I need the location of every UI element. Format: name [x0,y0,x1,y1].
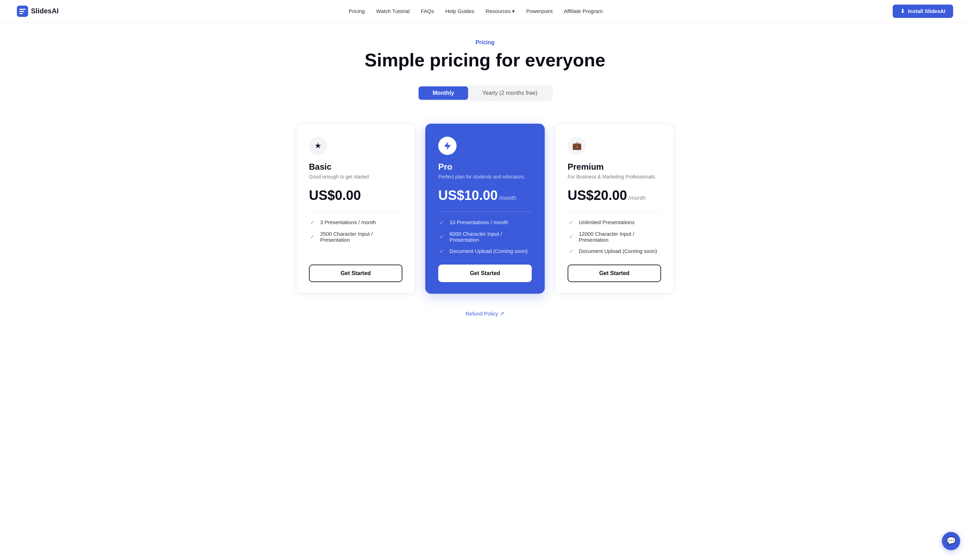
list-item: ✓ 6000 Character Input / Presentation [438,231,532,243]
basic-desc: Good enough to get started [309,174,402,180]
premium-card: 💼 Premium For Business & Marketing Profe… [554,124,674,294]
chat-icon: 💬 [947,537,956,546]
basic-features: ✓ 3 Presentations / month ✓ 2500 Charact… [309,219,402,255]
list-item: ✓ 3 Presentations / month [309,219,402,226]
check-icon: ✓ [309,219,316,226]
basic-price: US$0.00 [309,188,402,203]
check-icon: ✓ [568,248,574,255]
navbar: SlidesAI Pricing Watch Tutorial FAQs Hel… [0,0,970,22]
basic-cta[interactable]: Get Started [309,265,402,282]
list-item: ✓ 10 Presentations / month [438,219,532,226]
yearly-toggle[interactable]: Yearly (2 months free) [468,87,551,100]
logo-icon [17,6,28,17]
nav-affiliate[interactable]: Affiliate Program [564,8,603,14]
pro-title: Pro [438,162,532,172]
list-item: ✓ Document Upload (Coming soon) [438,248,532,255]
check-icon: ✓ [438,248,445,255]
nav-watch-tutorial[interactable]: Watch Tutorial [376,8,409,14]
brand-name: SlidesAI [31,7,59,15]
chevron-down-icon: ▾ [512,8,515,14]
premium-divider [568,212,661,212]
premium-desc: For Business & Marketing Professionals. [568,174,661,180]
brand-logo[interactable]: SlidesAI [17,6,59,17]
check-icon: ✓ [568,219,574,226]
list-item: ✓ 2500 Character Input / Presentation [309,231,402,243]
pricing-badge: Pricing [476,39,494,46]
premium-cta[interactable]: Get Started [568,265,661,282]
pro-price: US$10.00 /month [438,188,532,203]
nav-pricing[interactable]: Pricing [349,8,365,14]
hero-title: Simple pricing for everyone [365,50,606,71]
svg-rect-1 [19,9,26,10]
pro-features: ✓ 10 Presentations / month ✓ 6000 Charac… [438,219,532,255]
svg-rect-2 [19,11,24,12]
premium-icon: 💼 [568,137,586,155]
check-icon: ✓ [438,219,445,226]
nav-help-guides[interactable]: Help Guides [445,8,474,14]
monthly-toggle[interactable]: Monthly [419,87,468,100]
billing-toggle: Monthly Yearly (2 months free) [417,85,553,101]
list-item: ✓ Unlimited Presentations [568,219,661,226]
premium-title: Premium [568,162,661,172]
premium-features: ✓ Unlimited Presentations ✓ 12000 Charac… [568,219,661,255]
nav-faqs[interactable]: FAQs [421,8,434,14]
pro-card: Pro Perfect plan for students and educat… [425,124,545,294]
nav-resources[interactable]: Resources ▾ [486,8,515,14]
chat-button[interactable]: 💬 [942,532,960,550]
external-link-icon: ↗ [500,310,504,317]
list-item: ✓ Document Upload (Coming soon) [568,248,661,255]
pro-desc: Perfect plan for students and educators. [438,174,532,180]
pricing-cards: ★ Basic Good enough to get started US$0.… [274,124,696,294]
refund-row: Refund Policy ↗ [466,310,505,317]
pro-cta[interactable]: Get Started [438,265,532,282]
svg-marker-4 [444,142,451,149]
install-button[interactable]: ⬇ Install SlidesAI [893,5,953,18]
list-item: ✓ 12000 Character Input / Presentation [568,231,661,243]
download-icon: ⬇ [900,8,905,14]
basic-icon: ★ [309,137,327,155]
nav-powerpoint[interactable]: Powerpoint [526,8,553,14]
premium-price: US$20.00 /month [568,188,661,203]
basic-card: ★ Basic Good enough to get started US$0.… [296,124,416,294]
pro-icon [438,137,457,155]
check-icon: ✓ [438,233,445,240]
nav-links: Pricing Watch Tutorial FAQs Help Guides … [349,8,603,14]
basic-divider [309,212,402,212]
main-content: Pricing Simple pricing for everyone Mont… [0,22,970,345]
check-icon: ✓ [309,233,316,240]
svg-rect-3 [19,13,23,14]
refund-link[interactable]: Refund Policy ↗ [466,310,505,317]
basic-title: Basic [309,162,402,172]
check-icon: ✓ [568,233,574,240]
pro-divider [438,212,532,212]
